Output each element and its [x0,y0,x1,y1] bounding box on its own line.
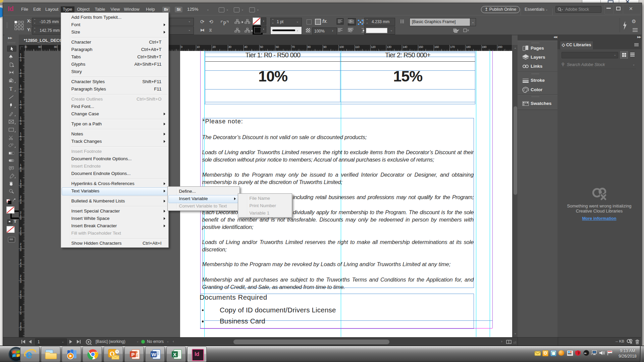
svg-text:X: X [173,352,176,357]
svg-text:W: W [152,352,157,357]
svg-text:T: T [9,86,12,92]
svg-text:∞: ∞ [584,351,587,355]
svg-text:P: P [131,352,135,357]
